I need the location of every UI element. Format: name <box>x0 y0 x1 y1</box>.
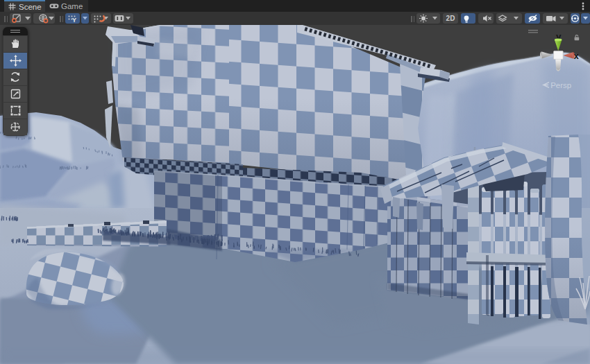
svg-text:Y: Y <box>72 17 76 24</box>
svg-text:x: x <box>574 51 579 61</box>
svg-text:Persp: Persp <box>550 81 571 89</box>
